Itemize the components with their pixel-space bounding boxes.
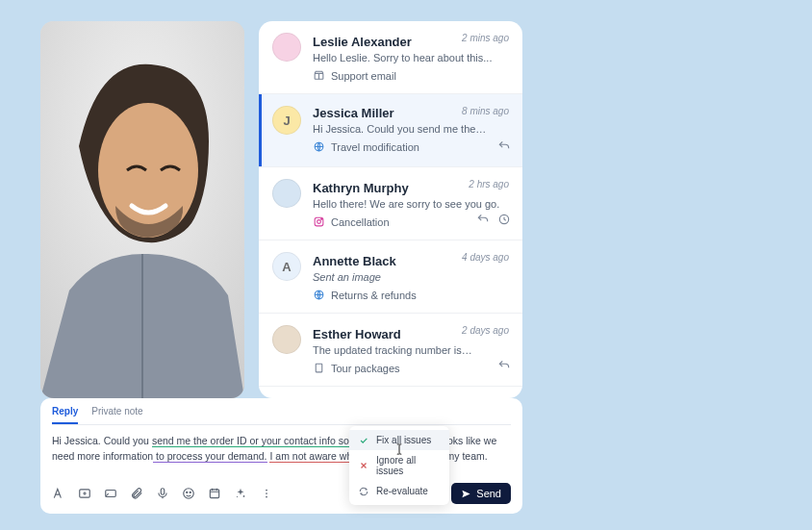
mic-icon[interactable] xyxy=(156,487,169,500)
check-icon xyxy=(359,436,368,445)
conversation-item[interactable]: J8 mins agoJessica MillerHi Jessica. Cou… xyxy=(259,94,522,167)
tag-icon xyxy=(313,215,325,228)
tag-icon xyxy=(313,69,325,82)
conversation-list: 2 mins agoLeslie AlexanderHello Leslie. … xyxy=(259,21,522,398)
conversation-item[interactable]: 2 days agoEsther HowardThe updated track… xyxy=(259,314,522,387)
format-text-icon[interactable] xyxy=(52,487,65,500)
conversation-time: 2 hrs ago xyxy=(469,179,509,189)
profile-photo xyxy=(40,21,244,398)
conversation-time: 4 days ago xyxy=(462,252,509,263)
svg-point-13 xyxy=(184,489,194,499)
tab-private-note[interactable]: Private note xyxy=(91,406,142,424)
conversation-time: 8 mins ago xyxy=(462,106,509,116)
svg-rect-16 xyxy=(210,490,218,498)
popover-item-re-evaluate[interactable]: Re-evaluate xyxy=(349,481,449,501)
svg-point-21 xyxy=(266,496,267,498)
tag-icon xyxy=(313,362,325,374)
composer-tabs: ReplyPrivate note xyxy=(52,406,511,425)
hl-suggestion[interactable]: to process your demand. xyxy=(153,450,266,463)
cross-icon xyxy=(359,461,368,470)
avatar xyxy=(272,33,301,62)
emoji-icon[interactable] xyxy=(182,487,195,500)
conversation-item[interactable]: 9 Jan 2024 xyxy=(259,387,522,398)
svg-point-15 xyxy=(190,492,190,492)
cursor-icon xyxy=(393,442,406,456)
conversation-time: 2 mins ago xyxy=(462,33,509,43)
tag-icon xyxy=(313,140,325,153)
reply-icon[interactable] xyxy=(497,359,511,376)
composer: ReplyPrivate note Hi Jessica. Could you … xyxy=(40,398,522,514)
conversation-preview: The updated tracking number is… xyxy=(313,344,509,356)
avatar: A xyxy=(272,252,301,281)
conversation-item[interactable]: 2 mins agoLeslie AlexanderHello Leslie. … xyxy=(259,21,522,94)
reply-icon[interactable] xyxy=(476,213,490,230)
more-icon[interactable] xyxy=(260,487,273,500)
hl-suggestion[interactable]: I am not aware why. xyxy=(269,450,359,463)
conversation-tag: Support email xyxy=(313,69,509,82)
svg-point-1 xyxy=(98,103,198,238)
svg-point-5 xyxy=(317,220,321,224)
reply-icon[interactable] xyxy=(497,139,511,157)
conversation-actions xyxy=(476,213,511,230)
conversation-actions xyxy=(497,359,511,376)
svg-point-20 xyxy=(266,492,267,494)
insert-image-icon[interactable] xyxy=(78,487,91,500)
svg-point-19 xyxy=(266,490,267,492)
conversation-tag: Travel modification xyxy=(313,140,509,153)
insert-video-icon[interactable] xyxy=(104,487,117,500)
conversation-preview: Hello there! We are sorry to see you go. xyxy=(313,198,509,210)
svg-rect-9 xyxy=(316,364,322,372)
conversation-preview: Hi Jessica. Could you send me the… xyxy=(313,123,509,135)
clock-icon[interactable] xyxy=(497,213,511,230)
ai-sparkle-icon[interactable] xyxy=(234,487,247,500)
svg-point-14 xyxy=(187,492,188,492)
avatar: J xyxy=(272,106,301,135)
ai-popover: Fix all issuesIgnore all issuesRe-evalua… xyxy=(349,426,449,505)
tab-reply[interactable]: Reply xyxy=(52,406,78,424)
refresh-icon xyxy=(359,487,368,496)
calendar-icon[interactable] xyxy=(208,487,221,500)
avatar xyxy=(272,325,301,354)
conversation-actions xyxy=(497,139,511,157)
avatar xyxy=(272,179,301,208)
svg-rect-12 xyxy=(161,489,165,494)
send-button[interactable]: Send xyxy=(451,483,511,504)
conversation-time: 2 days ago xyxy=(462,325,509,336)
conversation-tag: Returns & refunds xyxy=(313,289,509,301)
tag-icon xyxy=(313,289,325,301)
svg-point-18 xyxy=(237,496,238,497)
attach-icon[interactable] xyxy=(130,487,143,500)
conversation-preview: Sent an image xyxy=(313,271,509,283)
conversation-tag: Tour packages xyxy=(313,362,509,374)
svg-point-6 xyxy=(321,218,322,219)
svg-point-17 xyxy=(243,495,245,497)
conversation-item[interactable]: A4 days agoAnnette BlackSent an imageRet… xyxy=(259,240,522,314)
conversation-item[interactable]: 2 hrs agoKathryn MurphyHello there! We a… xyxy=(259,167,522,240)
conversation-preview: Hello Leslie. Sorry to hear about this..… xyxy=(313,52,509,63)
